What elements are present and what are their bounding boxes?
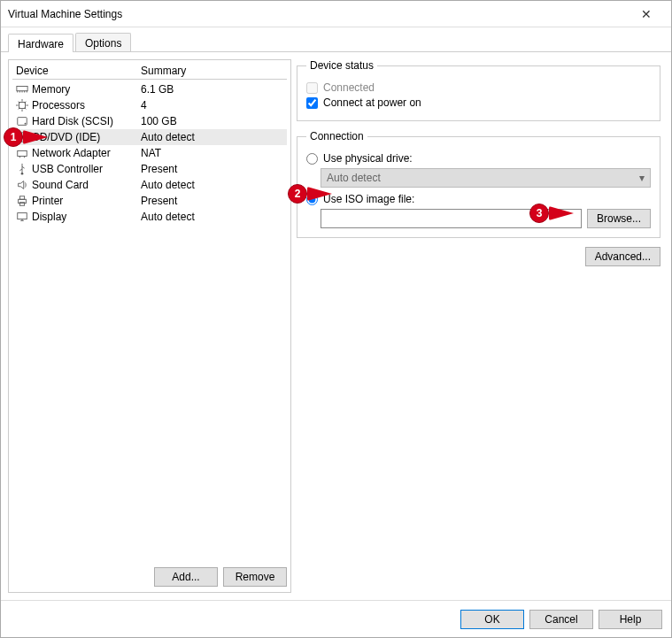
window-title: Virtual Machine Settings bbox=[8, 8, 629, 20]
device-summary: NAT bbox=[141, 147, 287, 159]
device-panel: Device Summary Memory6.1 GBProcessors4Ha… bbox=[8, 59, 291, 593]
svg-point-7 bbox=[21, 173, 24, 175]
browse-button[interactable]: Browse... bbox=[587, 209, 651, 228]
device-name: Network Adapter bbox=[32, 147, 111, 159]
usb-icon bbox=[16, 163, 28, 175]
sound-icon bbox=[16, 179, 28, 191]
svg-point-4 bbox=[18, 133, 27, 142]
device-row[interactable]: CD/DVD (IDE)Auto detect bbox=[12, 129, 287, 145]
use-physical-label[interactable]: Use physical drive: bbox=[323, 152, 413, 165]
device-row[interactable]: PrinterPresent bbox=[12, 193, 287, 209]
iso-input-row: Browse... bbox=[321, 209, 651, 228]
device-name: Display bbox=[32, 211, 66, 223]
device-name: Hard Disk (SCSI) bbox=[32, 115, 113, 127]
close-icon[interactable]: ✕ bbox=[629, 7, 664, 21]
connected-checkbox bbox=[306, 82, 318, 94]
physical-drive-value: Auto detect bbox=[327, 172, 381, 184]
device-name: Processors bbox=[32, 99, 85, 111]
cpu-icon bbox=[16, 99, 28, 111]
tab-hardware[interactable]: Hardware bbox=[8, 34, 73, 52]
device-summary: 100 GB bbox=[141, 115, 287, 127]
device-status-legend: Device status bbox=[306, 59, 377, 72]
device-row[interactable]: Sound CardAuto detect bbox=[12, 177, 287, 193]
remove-button[interactable]: Remove bbox=[223, 567, 287, 587]
chevron-down-icon: ▾ bbox=[639, 172, 645, 184]
iso-path-input[interactable] bbox=[321, 209, 582, 228]
tab-bar: Hardware Options bbox=[1, 27, 671, 52]
header-device: Device bbox=[12, 65, 141, 77]
use-iso-row: Use ISO image file: bbox=[306, 193, 651, 205]
nic-icon bbox=[16, 147, 28, 159]
device-summary: Auto detect bbox=[141, 179, 287, 191]
ok-button[interactable]: OK bbox=[460, 610, 524, 629]
tab-options[interactable]: Options bbox=[75, 33, 131, 51]
footer: OK Cancel Help bbox=[1, 600, 671, 637]
svg-rect-1 bbox=[19, 103, 26, 109]
settings-window: Virtual Machine Settings ✕ Hardware Opti… bbox=[0, 0, 672, 638]
device-buttons: Add... Remove bbox=[12, 567, 287, 587]
svg-rect-6 bbox=[18, 150, 27, 156]
disc-icon bbox=[16, 131, 28, 143]
device-summary: Auto detect bbox=[141, 211, 287, 223]
device-row[interactable]: Processors4 bbox=[12, 97, 287, 113]
svg-rect-11 bbox=[18, 213, 27, 219]
titlebar: Virtual Machine Settings ✕ bbox=[1, 1, 671, 27]
device-summary: Present bbox=[141, 195, 287, 207]
device-name: USB Controller bbox=[32, 163, 103, 175]
device-name: Memory bbox=[32, 83, 70, 96]
physical-drive-select: Auto detect ▾ bbox=[321, 168, 651, 188]
display-icon bbox=[16, 211, 28, 223]
device-list: Memory6.1 GBProcessors4Hard Disk (SCSI)1… bbox=[12, 81, 287, 562]
connect-poweron-label[interactable]: Connect at power on bbox=[323, 96, 421, 109]
header-summary: Summary bbox=[141, 65, 287, 77]
cancel-button[interactable]: Cancel bbox=[529, 610, 593, 629]
advanced-row: Advanced... bbox=[297, 247, 660, 266]
printer-icon bbox=[16, 195, 28, 207]
body: Device Summary Memory6.1 GBProcessors4Ha… bbox=[1, 52, 671, 600]
connection-legend: Connection bbox=[306, 130, 367, 142]
device-status-group: Device status Connected Connect at power… bbox=[297, 59, 660, 121]
memory-icon bbox=[16, 83, 28, 96]
connected-row: Connected bbox=[306, 81, 651, 94]
svg-rect-0 bbox=[17, 87, 27, 91]
svg-point-3 bbox=[25, 123, 27, 125]
use-physical-row: Use physical drive: bbox=[306, 152, 651, 165]
device-name: Printer bbox=[32, 195, 63, 207]
connection-group: Connection Use physical drive: Auto dete… bbox=[297, 130, 660, 238]
device-name: Sound Card bbox=[32, 179, 89, 191]
device-row[interactable]: Hard Disk (SCSI)100 GB bbox=[12, 113, 287, 129]
hdd-icon bbox=[16, 115, 28, 127]
device-row[interactable]: Memory6.1 GB bbox=[12, 81, 287, 97]
help-button[interactable]: Help bbox=[599, 610, 662, 629]
device-summary: Present bbox=[141, 163, 287, 175]
details-panel: Device status Connected Connect at power… bbox=[297, 59, 664, 593]
use-physical-radio[interactable] bbox=[306, 153, 318, 165]
svg-point-5 bbox=[21, 136, 24, 139]
device-row[interactable]: Network AdapterNAT bbox=[12, 145, 287, 161]
device-list-header: Device Summary bbox=[12, 64, 287, 80]
use-iso-label[interactable]: Use ISO image file: bbox=[323, 193, 414, 205]
add-button[interactable]: Add... bbox=[154, 567, 218, 587]
device-summary: 6.1 GB bbox=[141, 83, 287, 96]
device-row[interactable]: DisplayAuto detect bbox=[12, 209, 287, 225]
connect-poweron-checkbox[interactable] bbox=[306, 97, 318, 109]
connect-poweron-row: Connect at power on bbox=[306, 96, 651, 109]
svg-rect-9 bbox=[19, 196, 24, 200]
device-summary: 4 bbox=[141, 99, 287, 111]
device-row[interactable]: USB ControllerPresent bbox=[12, 161, 287, 177]
connected-label: Connected bbox=[323, 81, 375, 94]
use-iso-radio[interactable] bbox=[306, 194, 318, 205]
advanced-button[interactable]: Advanced... bbox=[585, 247, 660, 266]
device-name: CD/DVD (IDE) bbox=[32, 131, 100, 143]
device-summary: Auto detect bbox=[141, 131, 287, 143]
